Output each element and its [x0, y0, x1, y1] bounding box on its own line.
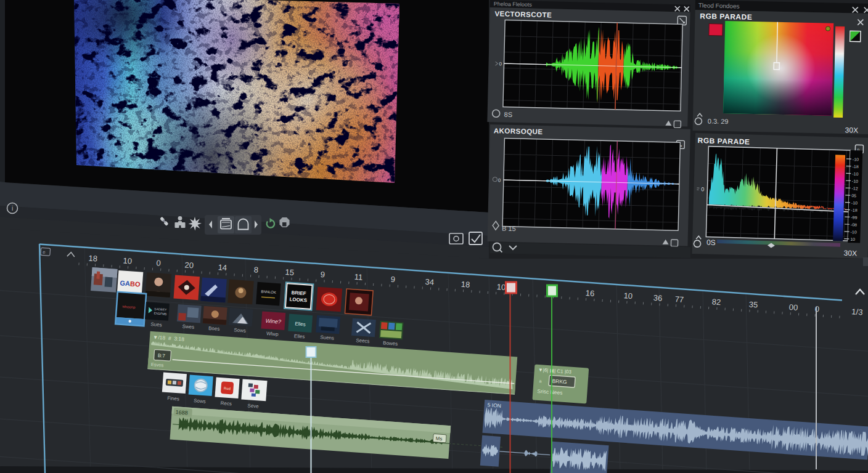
svg-text:-99: -99 [851, 215, 857, 219]
svg-text:8: 8 [253, 265, 258, 274]
svg-text:1/3: 1/3 [851, 307, 863, 317]
svg-text:Ms: Ms [435, 436, 442, 442]
svg-text:35: 35 [748, 300, 758, 310]
svg-text:-10: -10 [852, 172, 858, 176]
svg-text:10: 10 [623, 291, 633, 301]
svg-text:-12: -12 [851, 186, 858, 190]
svg-text:0: 0 [814, 304, 819, 313]
svg-text:9: 9 [320, 270, 325, 279]
svg-text:05: 05 [851, 193, 856, 198]
svg-text:15: 15 [285, 267, 294, 277]
svg-text:20: 20 [184, 261, 194, 270]
svg-text:1688: 1688 [175, 409, 188, 416]
svg-text:BRKG: BRKG [552, 378, 567, 386]
svg-text:Fines: Fines [167, 395, 179, 402]
svg-text:Wlwp: Wlwp [266, 331, 279, 337]
svg-text:0.3. 29: 0.3. 29 [708, 117, 729, 125]
svg-text:77: 77 [674, 294, 684, 304]
svg-text:14: 14 [218, 262, 227, 272]
svg-text:B:7: B:7 [158, 353, 166, 359]
svg-text:-10: -10 [853, 157, 859, 161]
svg-text:-10: -10 [851, 201, 858, 205]
svg-text:Red: Red [224, 386, 231, 390]
svg-text:-18: -18 [851, 208, 858, 212]
svg-text:BRIEF: BRIEF [291, 290, 306, 297]
svg-text:-10: -10 [852, 179, 858, 184]
svg-text:16: 16 [585, 288, 594, 298]
svg-text:Esvos: Esvos [151, 362, 164, 368]
svg-text:GABO: GABO [120, 279, 141, 288]
svg-text:B 15: B 15 [502, 224, 516, 232]
svg-text:36: 36 [653, 293, 662, 303]
svg-text:00: 00 [788, 302, 798, 312]
svg-text:-18: -18 [852, 164, 858, 169]
svg-text:8S: 8S [504, 111, 512, 118]
svg-text:9: 9 [390, 275, 395, 284]
svg-text:82: 82 [711, 297, 721, 307]
svg-text:0: 0 [499, 61, 502, 67]
svg-text:Tleod Fondoes: Tleod Fondoes [698, 2, 740, 9]
svg-text:30X: 30X [845, 126, 858, 134]
svg-text:Suens: Suens [320, 334, 334, 341]
svg-text:RGB PARADE: RGB PARADE [700, 12, 752, 22]
svg-text:Wine?: Wine? [265, 318, 281, 325]
svg-text:10: 10 [850, 237, 855, 241]
svg-text:18: 18 [88, 254, 97, 264]
svg-text:Seecs: Seecs [356, 338, 370, 344]
svg-text:Seve: Seve [247, 403, 259, 409]
svg-text:i: i [12, 205, 13, 212]
svg-text:0: 0 [156, 258, 161, 267]
svg-text:11: 11 [354, 272, 363, 282]
svg-text:Pheloa Fleloots: Pheloa Fleloots [494, 1, 533, 7]
svg-text:a: a [539, 379, 541, 383]
svg-text:Elles: Elles [294, 333, 305, 339]
svg-text:Recs: Recs [220, 400, 232, 406]
svg-text:30X: 30X [843, 249, 857, 258]
svg-text:0: 0 [701, 186, 704, 192]
svg-text:VECTORSCOTE: VECTORSCOTE [494, 10, 552, 18]
svg-text:5 ION: 5 ION [487, 402, 501, 409]
svg-text:Bowes: Bowes [383, 340, 398, 347]
svg-text:AKORSOQUE: AKORSOQUE [494, 127, 543, 135]
svg-text:34: 34 [425, 277, 434, 287]
svg-text:-10: -10 [851, 230, 857, 234]
svg-text:Sows: Sows [194, 398, 206, 404]
svg-text:10: 10 [123, 256, 132, 266]
svg-text:Elles: Elles [295, 321, 306, 327]
svg-text:RGB PARADE: RGB PARADE [697, 136, 750, 146]
svg-text:-08: -08 [851, 222, 857, 227]
svg-text:18: 18 [461, 280, 470, 289]
svg-text:10: 10 [496, 282, 506, 292]
svg-text:Boes: Boes [208, 325, 220, 331]
svg-text:Sows: Sows [234, 327, 246, 333]
svg-text:Sues: Sues [150, 321, 162, 328]
svg-text:0: 0 [498, 177, 501, 183]
svg-text:Swes: Swes [182, 323, 194, 329]
svg-text:0S: 0S [706, 238, 716, 247]
